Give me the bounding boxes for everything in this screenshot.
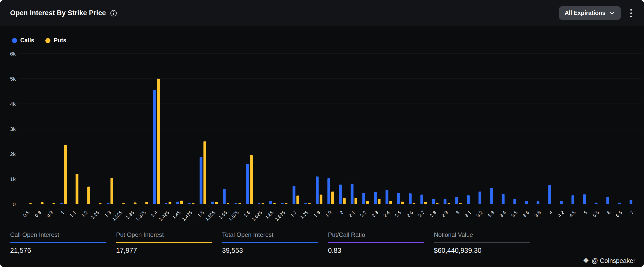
bar-put-1.45[interactable] <box>180 201 183 204</box>
bar-put-1[interactable] <box>64 145 67 204</box>
bar-put-1.65[interactable] <box>273 203 276 204</box>
bar-put-2.9[interactable] <box>447 203 450 204</box>
bar-call-1.675[interactable] <box>281 203 284 204</box>
bar-put-1.325[interactable] <box>122 203 125 204</box>
bar-put-1.475[interactable] <box>192 203 195 204</box>
expirations-dropdown[interactable]: All Expirations <box>559 6 621 20</box>
x-tick-label: 1.4 <box>150 210 159 218</box>
bar-call-6.5[interactable] <box>618 203 621 204</box>
x-tick-label: 1.5 <box>196 210 205 218</box>
bar-put-1.55[interactable] <box>227 203 229 204</box>
bar-call-1.625[interactable] <box>258 203 261 204</box>
stat-put-call-ratio: Put/Call Ratio 0.83 <box>328 231 424 255</box>
bar-put-1.425[interactable] <box>169 202 171 204</box>
bar-call-3.5[interactable] <box>513 199 516 204</box>
bar-put-1.375[interactable] <box>145 202 148 204</box>
bar-put-2.6[interactable] <box>413 203 415 204</box>
bar-put-2.1[interactable] <box>355 198 357 204</box>
bar-put-2.4[interactable] <box>389 201 392 204</box>
bar-call-2.9[interactable] <box>444 199 446 204</box>
bar-put-0.9[interactable] <box>52 203 55 204</box>
bar-call-3.3[interactable] <box>490 188 493 204</box>
bar-put-1.575[interactable] <box>238 203 241 204</box>
bar-call-2.5[interactable] <box>397 193 400 204</box>
bar-put-1.4[interactable] <box>157 79 160 204</box>
bar-call-6[interactable] <box>606 197 609 204</box>
more-menu-icon[interactable] <box>628 8 634 19</box>
bar-put-1.6[interactable] <box>250 155 253 204</box>
stat-value: 39,553 <box>222 247 318 255</box>
bar-put-2.2[interactable] <box>366 201 369 204</box>
bar-call-1.425[interactable] <box>165 203 168 204</box>
bar-put-1.8[interactable] <box>320 194 322 204</box>
bar-put-1.525[interactable] <box>215 202 218 204</box>
bar-call-1.4[interactable] <box>153 90 156 204</box>
bar-call-1.6[interactable] <box>246 164 249 204</box>
bar-call-3.8[interactable] <box>537 201 539 204</box>
bar-call-5.5[interactable] <box>595 203 598 204</box>
oi-bar-chart[interactable]: 01k2k3k4k5k6k0.50.80.911.11.21.251.31.32… <box>0 0 644 267</box>
bar-call-2.2[interactable] <box>362 193 365 204</box>
bar-call-2.7[interactable] <box>420 194 423 204</box>
bar-put-1.9[interactable] <box>331 192 334 204</box>
bar-call-1.65[interactable] <box>269 201 272 204</box>
bar-call-1.575[interactable] <box>234 203 237 204</box>
bar-call-3.1[interactable] <box>467 195 470 204</box>
bar-call-2.1[interactable] <box>351 184 354 204</box>
bar-put-2.5[interactable] <box>401 202 404 204</box>
bar-call-1.55[interactable] <box>223 189 226 204</box>
bar-call-1.8[interactable] <box>316 176 319 204</box>
x-tick-label: 1.525 <box>204 210 216 222</box>
x-tick-label: 1.9 <box>324 210 333 218</box>
bar-put-1.625[interactable] <box>262 203 264 204</box>
bar-call-4.5[interactable] <box>572 195 574 204</box>
bar-put-1.2[interactable] <box>87 187 90 204</box>
bar-call-2.6[interactable] <box>409 193 412 204</box>
info-icon[interactable] <box>110 10 117 17</box>
bar-call-1.525[interactable] <box>211 202 214 204</box>
bar-put-2.8[interactable] <box>436 203 439 204</box>
bar-call-1.9[interactable] <box>327 178 330 204</box>
x-tick-label: 1.8 <box>312 210 321 218</box>
bar-call-5[interactable] <box>583 194 586 204</box>
bar-call-2.4[interactable] <box>385 190 388 204</box>
bar-call-3.2[interactable] <box>479 192 481 204</box>
bar-put-1.1[interactable] <box>76 174 78 204</box>
bar-put-2.3[interactable] <box>378 199 380 204</box>
bar-call-2.3[interactable] <box>374 192 377 204</box>
x-tick-label: 1.425 <box>158 210 170 222</box>
bar-put-0.5[interactable] <box>29 203 32 204</box>
legend-item-calls[interactable]: Calls <box>12 37 34 44</box>
bar-put-0.8[interactable] <box>41 202 44 204</box>
bar-put-2[interactable] <box>343 198 346 204</box>
bar-put-1.25[interactable] <box>99 203 102 204</box>
x-tick-label: 2.6 <box>406 210 414 218</box>
bar-call-4[interactable] <box>548 185 551 204</box>
bar-call-3[interactable] <box>455 197 458 204</box>
bar-put-1.7[interactable] <box>296 195 299 204</box>
bar-put-1.675[interactable] <box>285 203 288 204</box>
bar-call-2[interactable] <box>339 185 342 204</box>
bar-call-3.6[interactable] <box>525 201 528 204</box>
bar-call-1.3[interactable] <box>107 203 109 204</box>
bar-put-1.35[interactable] <box>134 203 137 204</box>
bar-call-1.45[interactable] <box>176 202 179 204</box>
bar-call-4.2[interactable] <box>560 201 563 204</box>
bar-call-1.7[interactable] <box>292 186 295 204</box>
bar-put-1.3[interactable] <box>111 178 113 204</box>
bar-put-2.7[interactable] <box>424 202 427 204</box>
bar-put-1.5[interactable] <box>204 141 206 204</box>
bar-put-1.75[interactable] <box>308 203 311 204</box>
x-tick-label: 1.2 <box>80 210 89 218</box>
coinspeaker-logo-icon: ❖ <box>583 257 589 264</box>
legend-item-puts[interactable]: Puts <box>45 37 66 44</box>
bar-put-3[interactable] <box>459 203 462 204</box>
x-tick-label: 3 <box>455 210 461 215</box>
bar-call-7[interactable] <box>630 200 632 204</box>
bar-call-1.5[interactable] <box>200 157 203 204</box>
bar-call-2.8[interactable] <box>432 199 435 204</box>
bar-call-3.4[interactable] <box>502 194 505 204</box>
bar-call-1.475[interactable] <box>188 203 191 204</box>
bar-call-1.75[interactable] <box>304 203 307 204</box>
bar-call-1[interactable] <box>60 203 63 204</box>
